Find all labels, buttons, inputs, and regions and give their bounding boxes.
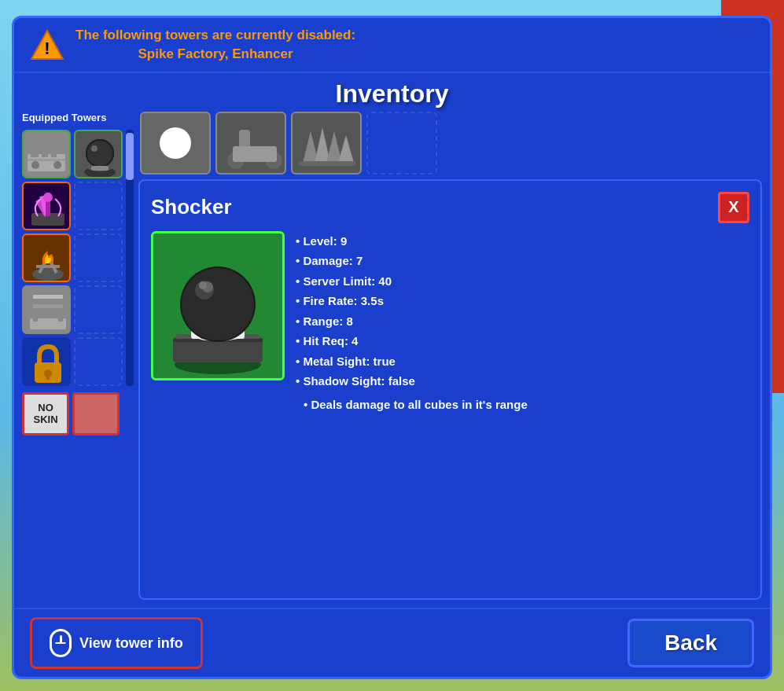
svg-point-31 [91, 145, 98, 152]
tower-col-1 [22, 130, 71, 386]
svg-rect-4 [42, 146, 48, 157]
svg-point-8 [53, 161, 61, 169]
cannon-shape [223, 118, 278, 168]
detail-header: Shocker X [151, 192, 749, 223]
tower-slot-empty-1[interactable] [74, 182, 123, 230]
skin-no-btn[interactable]: NOSKIN [22, 392, 69, 436]
tower-slot-campfire[interactable] [22, 233, 71, 282]
close-button[interactable]: X [718, 192, 749, 223]
mouse-scroll-line [55, 642, 65, 644]
svg-rect-5 [51, 148, 57, 157]
inventory-title: Inventory [14, 73, 770, 112]
inventory-row [138, 112, 762, 175]
bottom-bar: View tower info Back [14, 608, 770, 677]
inv-slot-3[interactable] [291, 112, 362, 175]
svg-rect-25 [46, 373, 50, 380]
detail-body: Level: 9 Damage: 7 Server Limit: 40 Fire… [151, 231, 749, 587]
tower-slot-empty-2[interactable] [74, 233, 123, 282]
svg-point-49 [182, 268, 254, 340]
detail-area: Shocker X [138, 179, 762, 600]
svg-rect-6 [28, 159, 65, 161]
tower-slot-shocker[interactable] [74, 130, 123, 178]
tower-col-2 [74, 130, 123, 386]
tower-slot-factory[interactable] [22, 130, 71, 178]
sidebar-scroll-thumb [126, 133, 134, 180]
warning-text: The following towers are currently disab… [75, 26, 355, 64]
equipped-section: NOSKIN [22, 130, 132, 436]
sidebar: Equipped Towers [22, 112, 132, 600]
svg-point-7 [31, 161, 39, 169]
view-tower-button[interactable]: View tower info [30, 617, 203, 669]
tower-slot-empty-4[interactable] [74, 337, 123, 386]
svg-text:!: ! [44, 39, 50, 58]
svg-point-52 [199, 281, 207, 289]
svg-rect-41 [299, 161, 355, 166]
skin-color-btn[interactable] [72, 392, 120, 436]
mouse-icon [50, 629, 72, 657]
svg-point-30 [87, 141, 112, 166]
warning-icon: ! [30, 28, 64, 62]
inv-slot-4[interactable] [366, 112, 437, 175]
warning-bar: ! The following towers are currently dis… [14, 18, 770, 73]
svg-rect-21 [33, 304, 63, 308]
detail-stats: Level: 9 Damage: 7 Server Limit: 40 Fire… [296, 231, 749, 587]
towers-columns [22, 130, 132, 386]
inv-slot-2[interactable] [215, 112, 286, 175]
detail-card: Shocker X [138, 179, 762, 600]
svg-point-14 [32, 268, 64, 281]
tower-slot-lock[interactable] [22, 337, 71, 386]
inv-slot-1[interactable] [140, 112, 211, 175]
back-button[interactable]: Back [628, 619, 754, 667]
equipped-label: Equipped Towers [22, 112, 132, 123]
tower-preview [151, 231, 285, 380]
content-area: Equipped Towers [14, 112, 770, 608]
main-panel: ! The following towers are currently dis… [12, 16, 772, 679]
tower-slot-laser[interactable] [22, 182, 71, 230]
svg-point-13 [43, 193, 53, 202]
middle-area: Shocker X [138, 112, 762, 600]
svg-rect-32 [91, 166, 109, 171]
svg-rect-22 [33, 295, 63, 299]
svg-marker-40 [338, 135, 354, 163]
tower-slot-empty-3[interactable] [74, 285, 123, 334]
tower-slot-scaffold[interactable] [22, 285, 71, 334]
svg-rect-36 [233, 146, 277, 162]
sidebar-scroll-track[interactable] [126, 130, 134, 386]
skin-row-sidebar: NOSKIN [22, 392, 132, 436]
svg-rect-3 [31, 143, 39, 157]
detail-title: Shocker [151, 195, 232, 219]
white-circle-icon [160, 127, 191, 159]
